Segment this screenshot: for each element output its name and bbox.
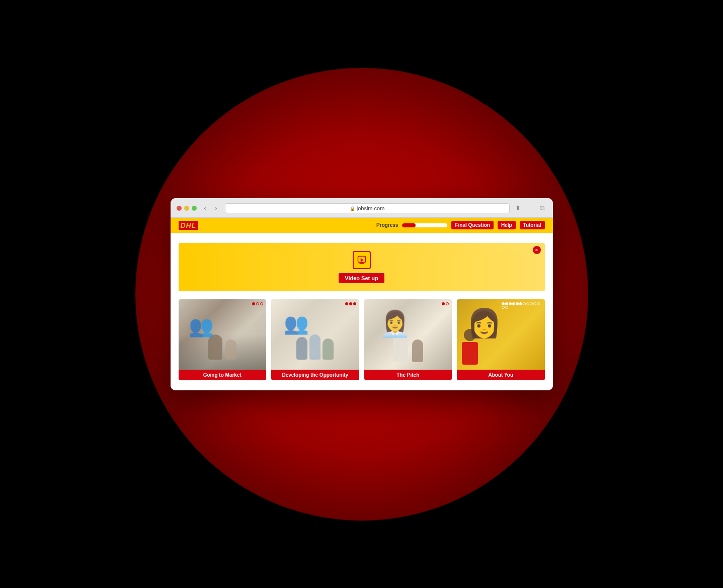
indicator-1 <box>252 302 255 305</box>
help-button[interactable]: Help <box>498 221 516 229</box>
final-question-button[interactable]: Final Question <box>451 221 493 229</box>
card-4-label: About You <box>457 370 545 380</box>
card-2-image <box>271 299 359 370</box>
indicator-13 <box>505 306 508 309</box>
card-2-label: Developing the Opportunity <box>271 370 359 380</box>
svg-marker-1 <box>360 258 363 262</box>
card-developing-opportunity[interactable]: Developing the Opportunity <box>271 299 359 380</box>
browser-navigation: ‹ › <box>201 204 221 213</box>
play-icon <box>357 256 366 265</box>
tab-overview-button[interactable]: ⧉ <box>538 204 547 213</box>
indicator-3 <box>260 302 263 305</box>
card-the-pitch[interactable]: The Pitch <box>364 299 452 380</box>
indicator-2 <box>349 302 352 305</box>
url-bar[interactable]: 🔒 jobsim.com <box>225 203 510 213</box>
indicator-11 <box>537 302 540 305</box>
indicator-9 <box>530 302 533 305</box>
indicator-3 <box>509 302 512 305</box>
card-1-image <box>179 299 267 370</box>
indicator-8 <box>526 302 529 305</box>
progress-bar <box>402 223 447 227</box>
browser-traffic-lights <box>177 206 197 211</box>
app-header: DHL Progress Final Question Help Tutoria… <box>171 218 553 233</box>
header-controls: Progress Final Question Help Tutorial <box>376 221 544 229</box>
video-setup-label: Video Set up <box>339 273 384 283</box>
indicator-6 <box>519 302 522 305</box>
forward-button[interactable]: › <box>212 204 221 213</box>
progress-label: Progress <box>376 222 398 228</box>
card-3-indicators <box>442 302 449 305</box>
card-about-you[interactable]: About You <box>457 299 545 380</box>
video-setup-close[interactable]: × <box>533 246 541 254</box>
cards-grid: Going to Market Developing the <box>179 299 545 380</box>
lock-icon: 🔒 <box>350 206 355 211</box>
indicator-12 <box>502 306 505 309</box>
card-4-indicators <box>502 302 542 309</box>
dhl-logo: DHL <box>179 221 199 230</box>
progress-bar-fill <box>402 223 416 227</box>
card-3-image <box>364 299 452 370</box>
card-1-label: Going to Market <box>179 370 267 380</box>
svg-rect-2 <box>360 262 363 263</box>
video-icon <box>353 251 371 269</box>
card-4-image <box>457 299 545 370</box>
indicator-7 <box>523 302 526 305</box>
tutorial-button[interactable]: Tutorial <box>520 221 545 229</box>
indicator-2 <box>256 302 259 305</box>
indicator-5 <box>516 302 519 305</box>
maximize-dot[interactable] <box>192 206 197 211</box>
indicator-4 <box>512 302 515 305</box>
new-tab-button[interactable]: + <box>526 204 535 213</box>
app-content: × Video Set up <box>171 233 553 390</box>
minimize-dot[interactable] <box>184 206 189 211</box>
indicator-1 <box>345 302 348 305</box>
browser-action-buttons: ⬆ + ⧉ <box>514 204 547 213</box>
close-dot[interactable] <box>177 206 182 211</box>
card-going-to-market[interactable]: Going to Market <box>179 299 267 380</box>
indicator-2 <box>505 302 508 305</box>
svg-rect-3 <box>359 263 364 264</box>
indicator-1 <box>502 302 505 305</box>
browser-chrome: ‹ › 🔒 jobsim.com ⬆ + ⧉ <box>171 198 553 218</box>
dhl-logo-text: DHL <box>179 221 199 230</box>
card-3-label: The Pitch <box>364 370 452 380</box>
share-button[interactable]: ⬆ <box>514 204 523 213</box>
indicator-3 <box>353 302 356 305</box>
indicator-10 <box>533 302 536 305</box>
indicator-2 <box>446 302 449 305</box>
url-text: jobsim.com <box>357 205 385 211</box>
video-setup-section: × Video Set up <box>179 243 545 291</box>
back-button[interactable]: ‹ <box>201 204 210 213</box>
card-2-indicators <box>345 302 356 305</box>
indicator-1 <box>442 302 445 305</box>
browser-window: ‹ › 🔒 jobsim.com ⬆ + ⧉ DHL Progress Fina… <box>171 198 553 390</box>
card-1-indicators <box>252 302 263 305</box>
